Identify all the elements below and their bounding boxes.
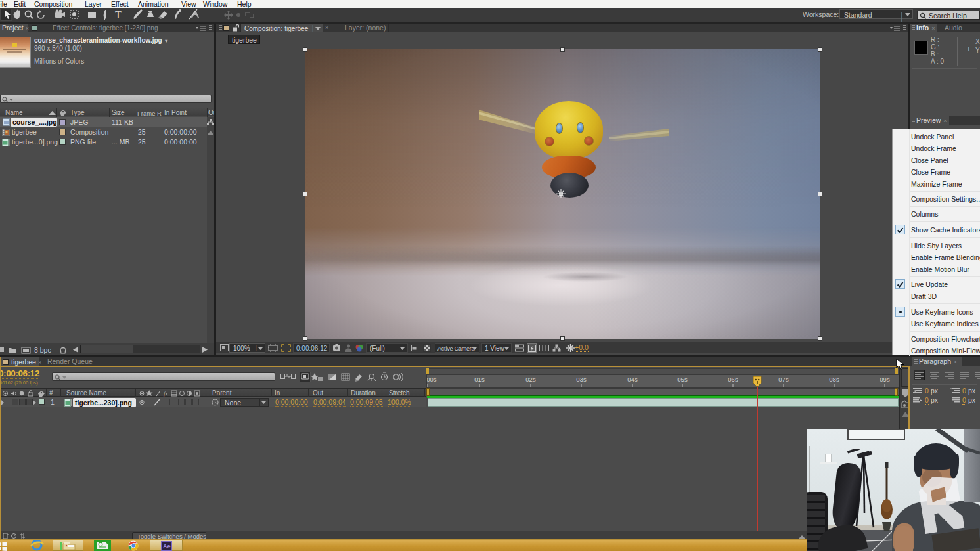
svg-text:8 bpc: 8 bpc — [34, 346, 51, 354]
svg-text:T: T — [115, 9, 122, 20]
svg-text:fx: fx — [164, 390, 168, 397]
